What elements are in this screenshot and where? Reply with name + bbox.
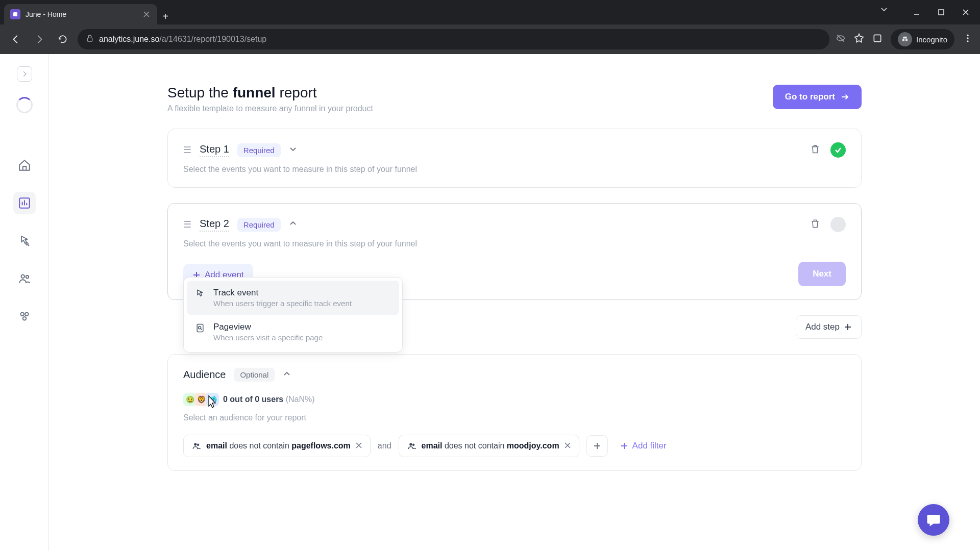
step-name[interactable]: Step 2 (200, 218, 229, 232)
drag-handle-icon[interactable]: ☰ (183, 219, 191, 230)
page-header: Setup the funnel report A flexible templ… (167, 85, 862, 113)
svg-point-7 (967, 37, 968, 39)
chat-fab-button[interactable] (918, 504, 949, 536)
svg-point-11 (21, 274, 24, 278)
filter-joiner: and (378, 441, 391, 450)
incognito-icon (898, 32, 912, 46)
tab-dropdown-icon[interactable] (880, 5, 888, 15)
browser-right-icons: Incognito (836, 29, 973, 49)
audience-title: Audience (183, 369, 226, 381)
dropdown-item-pageview[interactable]: Pageview When users visit a specific pag… (187, 315, 399, 349)
plus-icon (844, 323, 852, 331)
delete-step-button[interactable] (810, 218, 820, 231)
page-icon (195, 323, 206, 342)
remove-filter-icon[interactable] (356, 441, 362, 450)
svg-rect-3 (874, 35, 880, 41)
arrow-right-icon (840, 92, 849, 102)
menu-icon[interactable] (963, 33, 973, 45)
tab-title: June - Home (26, 10, 137, 18)
browser-chrome: June - Home + analytics.june.so/a/14631/… (0, 0, 980, 54)
chevron-up-icon[interactable] (283, 370, 291, 380)
eye-off-icon[interactable] (836, 33, 846, 45)
user-count-text: 0 out of 0 users (NaN%) (223, 395, 315, 404)
step-name[interactable]: Step 1 (200, 143, 229, 157)
dropdown-item-description: When users visit a specific page (213, 333, 323, 342)
svg-point-20 (409, 443, 412, 446)
back-button[interactable] (7, 31, 24, 48)
window-controls (906, 4, 976, 20)
reload-button[interactable] (54, 31, 71, 48)
svg-point-14 (25, 312, 29, 316)
dropdown-item-title: Pageview (213, 322, 323, 332)
svg-rect-16 (197, 324, 203, 332)
sidebar-toggle-button[interactable] (17, 66, 32, 82)
svg-rect-0 (13, 12, 17, 16)
step-description: Select the events you want to measure in… (183, 239, 846, 248)
add-filter-icon-button[interactable] (586, 435, 608, 457)
close-tab-icon[interactable] (142, 10, 151, 19)
delete-step-button[interactable] (810, 144, 820, 156)
maximize-button[interactable] (931, 4, 951, 20)
dropdown-item-title: Track event (213, 288, 352, 298)
plus-icon (620, 442, 628, 450)
address-bar: analytics.june.so/a/14631/report/190013/… (0, 24, 980, 54)
incognito-badge[interactable]: Incognito (891, 29, 954, 49)
svg-point-4 (902, 39, 905, 41)
svg-point-13 (20, 312, 24, 316)
tab-bar: June - Home + (0, 0, 980, 24)
dropdown-item-track-event[interactable]: Track event When users trigger a specifi… (187, 281, 399, 315)
forward-button[interactable] (31, 31, 48, 48)
page-title: Setup the funnel report (167, 85, 373, 101)
drag-handle-icon[interactable]: ☰ (183, 144, 191, 156)
filters-row: email does not contain pageflows.com and… (183, 435, 846, 457)
svg-point-19 (197, 444, 199, 446)
new-tab-button[interactable]: + (157, 8, 174, 24)
incognito-label: Incognito (916, 35, 947, 44)
sidebar-item-home[interactable] (13, 154, 36, 177)
browser-tab[interactable]: June - Home (4, 4, 157, 24)
sidebar-item-events[interactable] (13, 230, 36, 252)
required-badge: Required (237, 218, 281, 232)
favicon-icon (10, 9, 20, 19)
event-type-dropdown: Track event When users trigger a specifi… (183, 277, 403, 353)
user-icon (192, 441, 201, 450)
status-pending-icon (830, 217, 846, 232)
add-filter-button[interactable]: Add filter (620, 441, 667, 451)
extensions-icon[interactable] (872, 33, 883, 45)
url-field[interactable]: analytics.june.so/a/14631/report/190013/… (78, 29, 829, 49)
main-content: Setup the funnel report A flexible templ… (49, 54, 980, 551)
go-to-report-button[interactable]: Go to report (773, 85, 862, 109)
chevron-up-icon[interactable] (289, 219, 297, 230)
step-card-1: ☰ Step 1 Required Select the events you … (167, 129, 862, 188)
bookmark-icon[interactable] (854, 33, 864, 45)
svg-point-5 (905, 39, 908, 41)
next-button[interactable]: Next (798, 262, 846, 286)
close-window-button[interactable] (955, 4, 976, 20)
svg-point-8 (967, 40, 968, 42)
page-subtitle: A flexible template to measure any funne… (167, 104, 373, 113)
sidebar-item-users[interactable] (13, 267, 36, 290)
sidebar-item-companies[interactable] (13, 305, 36, 328)
filter-chip[interactable]: email does not contain pageflows.com (183, 435, 371, 457)
remove-filter-icon[interactable] (565, 441, 571, 450)
user-avatars: 🤢 🦁 🥶 (183, 393, 217, 406)
add-step-button[interactable]: Add step (796, 315, 862, 339)
lock-icon (86, 34, 94, 44)
dropdown-item-description: When users trigger a specific track even… (213, 299, 352, 308)
svg-rect-1 (939, 10, 944, 15)
svg-point-21 (412, 444, 414, 446)
loading-spinner-icon (16, 97, 33, 113)
svg-point-6 (967, 35, 968, 36)
sidebar-item-reports[interactable] (13, 192, 36, 214)
user-icon (407, 441, 416, 450)
filter-chip[interactable]: email does not contain moodjoy.com (399, 435, 579, 457)
required-badge: Required (237, 143, 281, 157)
chevron-down-icon[interactable] (289, 145, 297, 155)
svg-rect-2 (87, 38, 92, 41)
chat-icon (926, 512, 941, 528)
minimize-button[interactable] (906, 4, 927, 20)
status-done-icon (830, 142, 846, 158)
svg-point-10 (26, 243, 28, 245)
optional-badge: Optional (234, 368, 275, 382)
audience-card: Audience Optional 🤢 🦁 🥶 0 out of 0 users… (167, 354, 862, 471)
